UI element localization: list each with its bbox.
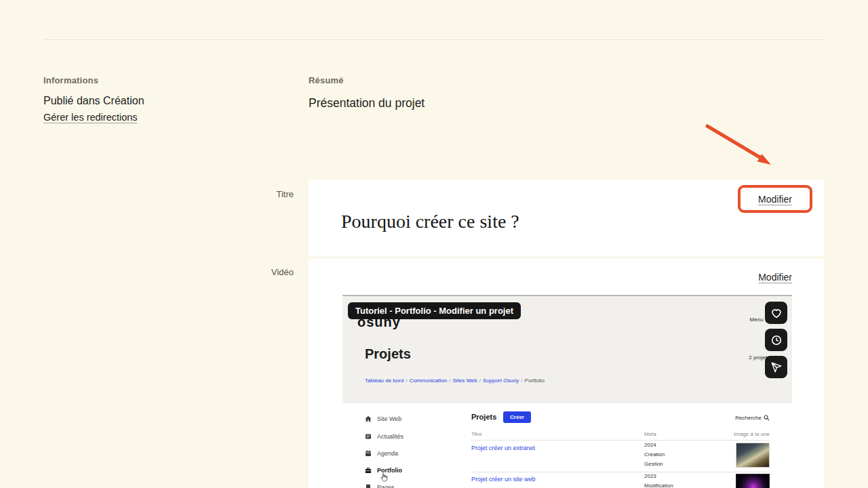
meta-line: 2023: [644, 472, 673, 481]
summary-value: Présentation du projet: [309, 96, 425, 110]
table-divider: [471, 472, 770, 472]
news-icon: [365, 433, 372, 440]
column-header-titre: Titre: [471, 431, 482, 437]
breadcrumb-separator: /: [449, 378, 450, 384]
sidebar-label: Agenda: [377, 450, 398, 457]
menu-text: Menu: [750, 317, 764, 323]
video-embed[interactable]: Tutoriel - Portfolio - Modifier un proje…: [342, 295, 792, 488]
sidebar-label: Pages: [377, 484, 395, 488]
video-row-label: Vidéo: [239, 267, 294, 277]
top-divider: [43, 39, 825, 40]
informations-label: Informations: [43, 75, 98, 85]
breadcrumb-separator: /: [406, 378, 407, 384]
table-row-title: Projet créer un site web: [471, 476, 536, 483]
search-control: Recherche: [735, 415, 770, 421]
projects-heading: Projets: [365, 346, 411, 362]
edit-highlight-box: Modifier: [738, 185, 812, 213]
title-modify-button[interactable]: Modifier: [758, 194, 792, 205]
sidebar-item-agenda: Agenda: [365, 450, 398, 457]
breadcrumb-current: Portfolio: [525, 378, 545, 384]
video-card: Modifier Tutoriel - Portfolio - Modifier…: [309, 259, 824, 488]
cursor-hand-icon: [380, 473, 388, 482]
list-heading: Projets: [471, 413, 496, 421]
breadcrumb-item: Support Osuny: [483, 378, 519, 384]
table-row-title: Projet créer un extranet: [471, 445, 535, 451]
breadcrumb-item: Sites Web: [452, 378, 477, 384]
breadcrumb: Tableau de bord/Communication/Sites Web/…: [365, 378, 545, 384]
sidebar-item-pages: Pages: [365, 484, 395, 488]
published-status: Publié dans Création: [43, 95, 144, 107]
sidebar-item-site-web: Site Web: [365, 415, 401, 422]
sidebar-label: Actualités: [377, 433, 403, 440]
column-header-image: Image à la une: [734, 431, 770, 437]
create-button: Créer: [503, 411, 531, 423]
project-title-text: Pourquoi créer ce site ?: [341, 211, 519, 232]
titre-row-label: Titre: [239, 189, 294, 199]
clock-icon: [770, 334, 783, 346]
table-row-meta: 2023 Modification: [644, 472, 673, 488]
breadcrumb-separator: /: [479, 378, 481, 384]
pages-icon: [365, 484, 372, 488]
sidebar-label: Site Web: [377, 415, 401, 422]
sidebar-item-actualites: Actualités: [365, 433, 403, 440]
calendar-icon: [365, 450, 372, 457]
breadcrumb-separator: /: [521, 378, 522, 384]
page: Informations Publié dans Création Gérer …: [0, 0, 868, 488]
breadcrumb-item: Tableau de bord: [365, 378, 403, 384]
magnifier-icon: [764, 415, 770, 421]
screenshot-content: Site Web Actualités: [342, 403, 792, 488]
video-title-overlay: Tutoriel - Portfolio - Modifier un proje…: [348, 302, 521, 319]
meta-line: Création: [644, 450, 665, 460]
meta-line: Modification: [644, 481, 673, 488]
send-icon: [770, 361, 783, 373]
briefcase-icon: [365, 467, 372, 474]
manage-redirects-link[interactable]: Gérer les redirections: [43, 112, 138, 123]
featured-image-thumbnail: [736, 474, 770, 488]
history-button: [765, 329, 787, 351]
table-row-meta: 2024 Création Gestion: [644, 441, 665, 469]
contact-button: [765, 356, 787, 378]
annotation-arrow-icon: [695, 119, 783, 180]
meta-line: Gestion: [644, 460, 665, 469]
breadcrumb-item: Communication: [410, 378, 448, 384]
table-divider: [471, 440, 770, 441]
column-header-meta: Meta: [644, 431, 656, 437]
featured-image-thumbnail: [736, 443, 770, 468]
title-card: Modifier Pourquoi créer ce site ?: [309, 180, 824, 256]
favorites-button: [765, 302, 787, 324]
heart-icon: [770, 307, 783, 319]
search-label: Recherche: [735, 415, 762, 421]
video-modify-button[interactable]: Modifier: [758, 272, 792, 283]
home-icon: [365, 415, 372, 422]
summary-label: Résumé: [309, 75, 344, 85]
meta-line: 2024: [644, 441, 665, 450]
